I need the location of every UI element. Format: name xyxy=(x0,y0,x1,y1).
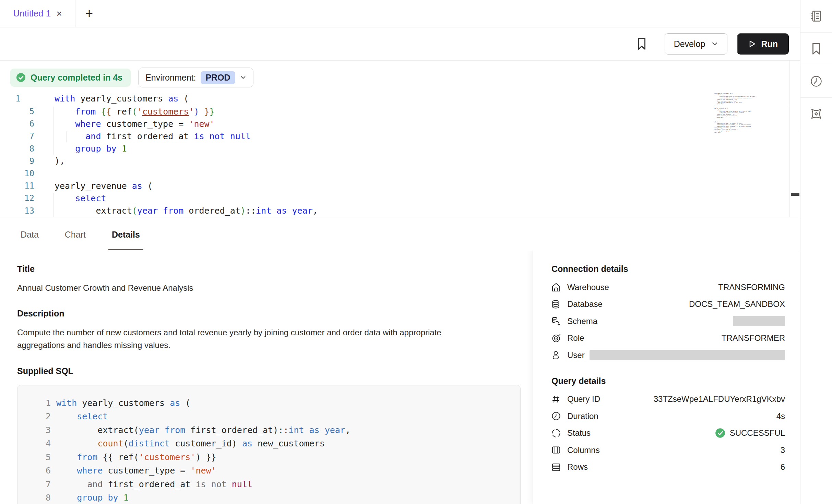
hash-icon xyxy=(551,395,562,404)
code-line-text: from {{ ref('customers') }} xyxy=(55,107,215,117)
detail-value: DOCS_TEAM_SANDBOX xyxy=(689,299,785,309)
line-number: 3 xyxy=(17,425,51,435)
environment-selector[interactable]: Environment: PROD xyxy=(138,68,253,87)
supplied-sql-line: 1with yearly_customers as ( xyxy=(17,396,520,410)
code-line-text: with yearly_customers as ( xyxy=(55,94,189,104)
status-row: Query completed in 4s Environment: PROD xyxy=(10,68,253,87)
redacted-value-bar xyxy=(590,350,785,360)
duration-icon xyxy=(551,411,562,421)
query-detail-row: Rows6 xyxy=(551,459,785,476)
supplied-sql-code-block: 1with yearly_customers as (2 select3 ext… xyxy=(17,385,521,504)
code-line-text: and first_ordered_at is not null xyxy=(56,479,252,489)
bookmark-icon[interactable] xyxy=(800,33,832,65)
detail-label: Database xyxy=(567,299,603,309)
editor-minimap[interactable]: with yearly_customers as ( select extrac… xyxy=(714,93,759,133)
columns-icon xyxy=(551,445,562,455)
indent-guide xyxy=(66,131,67,142)
indent-guide xyxy=(53,107,54,155)
line-number: 9 xyxy=(0,156,34,166)
chevron-down-icon xyxy=(240,74,246,81)
line-number: 4 xyxy=(17,439,51,448)
line-number: 7 xyxy=(17,479,51,489)
line-number: 5 xyxy=(0,107,34,116)
bookmark-icon[interactable] xyxy=(636,37,647,50)
line-number: 13 xyxy=(0,206,34,216)
line-number: 5 xyxy=(17,452,51,462)
code-line: 10 xyxy=(0,167,789,180)
code-line: 8 group by 1 xyxy=(0,143,789,155)
environment-label: Environment: xyxy=(145,73,196,83)
code-line-text: group by 1 xyxy=(56,493,129,503)
line-number: 2 xyxy=(17,411,51,421)
warehouse-icon xyxy=(551,282,562,292)
explore-icon[interactable] xyxy=(800,98,832,130)
detail-label: Status xyxy=(567,428,591,438)
run-button[interactable]: Run xyxy=(737,33,789,55)
query-status-pill: Query completed in 4s xyxy=(10,69,131,87)
connection-detail-row: WarehouseTRANSFORMING xyxy=(551,279,785,296)
query-status-text: Query completed in 4s xyxy=(31,73,122,83)
rows-icon xyxy=(551,463,562,472)
connection-detail-row: DatabaseDOCS_TEAM_SANDBOX xyxy=(551,296,785,313)
line-number: 1 xyxy=(0,94,34,104)
supplied-sql-line: 7 and first_ordered_at is not null xyxy=(17,478,520,491)
tab-chart[interactable]: Chart xyxy=(61,230,89,250)
code-line: 11yearly_revenue as ( xyxy=(0,180,789,192)
editor-toolbar: Develop Run xyxy=(0,27,800,61)
code-editor[interactable]: 1 with yearly_customers as ( 5 from {{ r… xyxy=(0,92,789,217)
notebook-icon[interactable] xyxy=(800,0,832,33)
detail-label: User xyxy=(567,350,585,360)
line-number: 1 xyxy=(17,398,51,408)
connection-detail-row: User xyxy=(551,347,785,364)
code-line-text: from {{ ref('customers') }} xyxy=(56,452,216,462)
editor-scrollbar[interactable] xyxy=(789,61,800,217)
code-line-text: count(distinct customer_id) as new_custo… xyxy=(56,439,325,448)
detail-label: Schema xyxy=(567,316,597,326)
user-icon xyxy=(551,350,562,360)
code-line-text: where customer_type = 'new' xyxy=(56,466,216,476)
code-line-text: ), xyxy=(55,156,65,166)
supplied-sql-line: 3 extract(year from first_ordered_at)::i… xyxy=(17,423,520,437)
history-icon[interactable] xyxy=(800,65,832,98)
main-column: Untitled 1 × + Develop Run xyxy=(0,0,800,504)
develop-dropdown-button[interactable]: Develop xyxy=(665,33,728,55)
description-heading: Description xyxy=(17,309,519,319)
code-line: 13 extract(year from ordered_at)::int as… xyxy=(0,205,789,217)
line-number: 8 xyxy=(17,493,51,503)
line-number: 11 xyxy=(0,181,34,191)
connection-details-panel: Connection details WarehouseTRANSFORMING… xyxy=(533,250,800,504)
close-icon[interactable]: × xyxy=(56,9,62,19)
tab-bar: Untitled 1 × + xyxy=(0,0,800,27)
scrollbar-thumb[interactable] xyxy=(791,193,799,196)
line-number: 8 xyxy=(0,144,34,154)
code-line-text: select xyxy=(56,411,108,421)
connection-details-heading: Connection details xyxy=(551,264,785,274)
supplied-sql-line: 6 where customer_type = 'new' xyxy=(17,464,520,478)
detail-label: Query ID xyxy=(567,394,600,404)
query-metadata-section: Title Annual Customer Growth and Revenue… xyxy=(0,250,533,504)
minimap-code: with yearly_customers as ( select extrac… xyxy=(714,93,759,133)
line-number: 10 xyxy=(0,169,34,178)
detail-label: Warehouse xyxy=(567,283,609,292)
tab-data[interactable]: Data xyxy=(17,230,42,250)
redacted-value-bar xyxy=(733,316,785,326)
line-number: 7 xyxy=(0,131,34,141)
database-icon xyxy=(551,299,562,309)
new-tab-button[interactable]: + xyxy=(75,0,103,27)
tab-details[interactable]: Details xyxy=(108,230,143,250)
supplied-sql-heading: Supplied SQL xyxy=(17,366,519,376)
editor-tab-untitled-1[interactable]: Untitled 1 × xyxy=(0,0,75,27)
code-line: 9), xyxy=(0,155,789,167)
develop-label: Develop xyxy=(674,39,705,49)
app-window: Untitled 1 × + Develop Run xyxy=(0,0,832,504)
environment-value-chip: PROD xyxy=(201,71,235,84)
code-line-text: extract(year from first_ordered_at)::int… xyxy=(56,425,350,435)
play-icon xyxy=(748,40,756,48)
supplied-sql-line: 2 select xyxy=(17,410,520,423)
code-line-text: group by 1 xyxy=(55,144,127,154)
sql-editor-region: Query completed in 4s Environment: PROD … xyxy=(0,61,800,217)
query-detail-row: Columns3 xyxy=(551,442,785,459)
line-number: 12 xyxy=(0,193,34,203)
detail-value: TRANSFORMER xyxy=(722,333,785,343)
run-label: Run xyxy=(761,39,778,49)
